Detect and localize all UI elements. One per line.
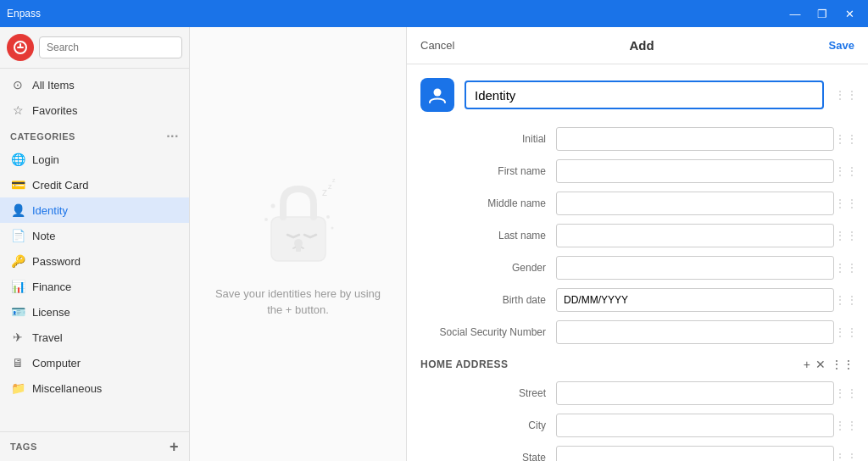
sidebar-item-all-items[interactable]: ⊙ All Items (0, 72, 189, 97)
tags-add-button[interactable]: + (170, 439, 179, 454)
license-icon: 🪪 (10, 305, 25, 319)
identity-title-input[interactable] (465, 81, 824, 109)
svg-text:z: z (328, 182, 332, 191)
sidebar-item-travel[interactable]: ✈ Travel (0, 325, 189, 350)
tags-section: TAGS + (0, 431, 189, 461)
sidebar-item-miscellaneous[interactable]: 📁 Miscellaneous (0, 375, 189, 401)
categories-more-button[interactable]: ··· (166, 130, 179, 143)
gender-label: Gender (420, 262, 556, 274)
sidebar-item-license[interactable]: 🪪 License (0, 299, 189, 325)
minimize-button[interactable]: — (783, 2, 807, 25)
city-drag-handle: ⋮⋮ (837, 419, 854, 432)
city-input[interactable] (556, 414, 834, 437)
login-icon: 🌐 (10, 153, 25, 166)
svg-rect-17 (296, 245, 301, 252)
field-row-initial: Initial ⋮⋮ (420, 125, 854, 153)
tags-label: TAGS (10, 442, 37, 452)
street-drag-handle: ⋮⋮ (837, 386, 854, 400)
middle-name-label: Middle name (420, 197, 556, 209)
field-row-state: State ⋮⋮ (420, 444, 854, 461)
finance-icon: 📊 (10, 280, 25, 293)
sidebar: ⊙ All Items ☆ Favorites CATEGORIES ··· 🌐… (0, 27, 190, 461)
sidebar-item-favorites[interactable]: ☆ Favorites (0, 97, 189, 123)
favorites-icon: ☆ (10, 103, 25, 117)
gender-drag-handle: ⋮⋮ (837, 261, 854, 275)
field-row-middle-name: Middle name ⋮⋮ (420, 190, 854, 217)
miscellaneous-icon: 📁 (10, 381, 25, 395)
sidebar-item-password[interactable]: 🔑 Password (0, 248, 189, 274)
state-drag-handle: ⋮⋮ (837, 451, 854, 461)
credit-card-label: Credit Card (32, 179, 88, 192)
sidebar-item-computer[interactable]: 🖥 Computer (0, 350, 189, 375)
app-title: Enpass (7, 8, 41, 19)
sidebar-item-note[interactable]: 📄 Note (0, 223, 189, 248)
home-address-drag-handle: ⋮⋮ (831, 358, 854, 371)
sidebar-nav: ⊙ All Items ☆ Favorites CATEGORIES ··· 🌐… (0, 69, 189, 404)
all-items-label: All Items (32, 79, 75, 92)
last-name-label: Last name (420, 230, 556, 242)
first-name-drag-handle: ⋮⋮ (837, 164, 854, 178)
login-label: Login (32, 153, 59, 166)
sidebar-item-credit-card[interactable]: 💳 Credit Card (0, 172, 189, 197)
right-content: ⋮⋮ Initial ⋮⋮ First name ⋮⋮ Middle name (407, 64, 868, 461)
identity-icon: 👤 (10, 203, 25, 217)
birth-date-label: Birth date (420, 294, 556, 306)
identity-name-row: ⋮⋮ (420, 78, 854, 112)
travel-label: Travel (32, 331, 63, 344)
finance-label: Finance (32, 280, 71, 293)
categories-header: CATEGORIES ··· (0, 123, 189, 147)
computer-label: Computer (32, 357, 81, 369)
maximize-button[interactable]: ❐ (810, 2, 834, 25)
password-label: Password (32, 255, 81, 268)
home-address-close-button[interactable]: ✕ (815, 358, 826, 371)
gender-input[interactable] (556, 256, 834, 280)
license-label: License (32, 306, 70, 319)
title-bar-left: Enpass (7, 8, 41, 19)
home-address-title: HOME ADDRESS (420, 358, 509, 370)
ssn-label: Social Security Number (420, 326, 556, 338)
empty-state: z z z (190, 153, 406, 336)
initial-input[interactable] (556, 127, 834, 151)
initial-drag-handle: ⋮⋮ (837, 132, 854, 146)
svg-point-18 (434, 89, 442, 97)
empty-state-illustration: z z z (248, 170, 349, 272)
password-icon: 🔑 (10, 254, 25, 268)
last-name-input[interactable] (556, 224, 834, 247)
categories-label: CATEGORIES (10, 131, 75, 142)
favorites-label: Favorites (32, 104, 77, 117)
sidebar-item-login[interactable]: 🌐 Login (0, 147, 189, 172)
field-row-birth-date: Birth date ⋮⋮ (420, 286, 854, 314)
home-address-section-header: HOME ADDRESS + ✕ ⋮⋮ (420, 354, 854, 375)
street-input[interactable] (556, 381, 834, 405)
close-button[interactable]: ✕ (837, 2, 861, 25)
sidebar-search-area (0, 27, 189, 69)
birth-date-input[interactable] (556, 288, 834, 312)
home-address-add-button[interactable]: + (804, 358, 810, 371)
computer-icon: 🖥 (10, 356, 25, 369)
ssn-drag-handle: ⋮⋮ (837, 325, 854, 339)
sidebar-item-finance[interactable]: 📊 Finance (0, 274, 189, 299)
ssn-input[interactable] (556, 320, 834, 344)
field-row-city: City ⋮⋮ (420, 412, 854, 439)
field-row-last-name: Last name ⋮⋮ (420, 222, 854, 249)
home-address-actions: + ✕ ⋮⋮ (804, 358, 854, 371)
travel-icon: ✈ (10, 330, 25, 344)
note-label: Note (32, 230, 55, 242)
state-input[interactable] (556, 446, 834, 461)
field-row-ssn: Social Security Number ⋮⋮ (420, 319, 854, 346)
cancel-button[interactable]: Cancel (420, 39, 454, 52)
title-bar: Enpass — ❐ ✕ (0, 0, 868, 27)
save-button[interactable]: Save (829, 39, 854, 52)
svg-point-6 (270, 203, 275, 208)
svg-point-8 (326, 215, 330, 219)
city-label: City (420, 419, 556, 431)
middle-name-input[interactable] (556, 192, 834, 215)
add-title: Add (629, 38, 654, 53)
identity-fields: Initial ⋮⋮ First name ⋮⋮ Middle name ⋮⋮ … (420, 125, 854, 461)
field-row-first-name: First name ⋮⋮ (420, 158, 854, 185)
search-input[interactable] (39, 36, 182, 58)
street-label: Street (420, 387, 556, 399)
title-bar-controls: — ❐ ✕ (783, 2, 861, 25)
first-name-input[interactable] (556, 159, 834, 183)
sidebar-item-identity[interactable]: 👤 Identity (0, 197, 189, 223)
